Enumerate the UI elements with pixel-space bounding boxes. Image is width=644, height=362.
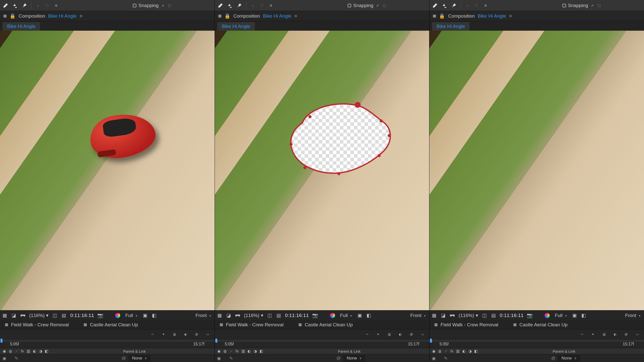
eraser-icon[interactable] — [217, 3, 223, 9]
pickwhip-icon[interactable]: @ — [122, 356, 126, 361]
view-dropdown[interactable]: Front — [624, 313, 642, 318]
clone-stamp-icon[interactable] — [12, 3, 18, 9]
resolution-dropdown[interactable]: Full — [339, 313, 354, 318]
frame-blend-icon[interactable]: ▥ — [601, 331, 607, 338]
current-time[interactable]: 0:11:16:11 — [70, 313, 94, 318]
snap-bounds-icon[interactable]: ⬚ — [382, 3, 386, 9]
lock-icon[interactable]: 🔒 — [10, 13, 16, 19]
av-switch-icon[interactable]: ◉ — [217, 349, 221, 353]
layer-edit-icon[interactable]: ✎ — [444, 356, 448, 361]
grid-icon[interactable]: ▦ — [431, 313, 437, 318]
composition-name[interactable]: Bike Hi Angle — [478, 13, 506, 19]
frame-blend-icon[interactable]: ▥ — [386, 331, 392, 338]
mask-path[interactable] — [284, 98, 392, 178]
snapshot-icon[interactable]: 📷 — [98, 313, 103, 318]
composition-tab[interactable]: Bike Hi Angle — [3, 22, 40, 31]
layer-edit-icon[interactable]: ✎ — [14, 356, 19, 361]
snap-magnet-icon[interactable]: ⤢ — [590, 3, 595, 9]
view-layout-icon[interactable]: ◧ — [151, 313, 157, 318]
view-dropdown[interactable]: Front — [194, 313, 212, 318]
parent-dropdown[interactable]: None ▾ — [558, 355, 580, 362]
adjustment-switch-icon[interactable]: ◑ — [253, 349, 258, 353]
lock-icon[interactable]: 🔒 — [224, 13, 230, 19]
playhead[interactable] — [430, 339, 432, 343]
3d-switch-icon[interactable]: ◧ — [259, 349, 264, 353]
brainstorm-icon[interactable]: @ — [623, 331, 629, 338]
motion-blur-switch-icon[interactable]: ◐ — [247, 349, 252, 353]
timeline-tab-2[interactable]: Castle Aerial Clean Up — [84, 322, 138, 328]
frame-blend-switch-icon[interactable]: ▥ — [456, 349, 460, 353]
pickwhip-icon[interactable]: @ — [336, 356, 341, 361]
3d-switch-icon[interactable]: ◧ — [474, 349, 478, 353]
view-dropdown[interactable]: Front — [409, 313, 427, 318]
color-management-icon[interactable] — [330, 313, 335, 318]
panel-menu-icon[interactable]: ≡ — [509, 13, 512, 19]
layer-row[interactable]: ◉ ✎ @ None ▾ — [429, 354, 644, 362]
shy-icon[interactable]: ✦ — [160, 331, 167, 338]
frame-blend-switch-icon[interactable]: ▥ — [241, 349, 246, 353]
solo-switch-icon[interactable]: ◍ — [223, 349, 227, 353]
transparency-grid-icon[interactable]: ▤ — [61, 313, 67, 318]
lock-icon[interactable]: 🔒 — [439, 13, 445, 19]
view-layout-icon[interactable]: ◧ — [366, 313, 372, 318]
adjustment-switch-icon[interactable]: ◑ — [38, 349, 43, 353]
snapping-toggle[interactable]: Snapping ⤢ ⬚ — [133, 3, 172, 9]
color-management-icon[interactable] — [115, 313, 120, 318]
timeline-tab-1[interactable]: Field Walk - Crew Removal — [5, 322, 69, 328]
graph-editor-icon[interactable]: ⤳ — [364, 331, 370, 338]
checkbox-empty-icon[interactable] — [562, 4, 566, 7]
parent-dropdown[interactable]: None ▾ — [343, 355, 365, 362]
av-switch-icon[interactable]: ◉ — [2, 349, 7, 353]
fast-previews-icon[interactable]: ▣ — [572, 313, 577, 318]
pickwhip-icon[interactable]: @ — [551, 356, 555, 361]
snap-bounds-icon[interactable]: ⬚ — [167, 3, 172, 9]
grid-icon[interactable]: ▦ — [217, 313, 222, 318]
zoom-dropdown[interactable]: (116%) ▾ — [29, 312, 49, 318]
timeline-tab-2[interactable]: Castle Aerial Clean Up — [513, 322, 568, 328]
playhead[interactable] — [215, 339, 217, 343]
view-layout-icon[interactable]: ◧ — [581, 313, 586, 318]
shy-switch-icon[interactable]: ⟋ — [14, 349, 19, 353]
color-management-icon[interactable] — [545, 313, 550, 318]
current-time[interactable]: 0:11:16:11 — [500, 313, 524, 318]
composition-name[interactable]: Bike Hi Angle — [263, 13, 291, 19]
clone-stamp-icon[interactable] — [441, 3, 448, 9]
brainstorm-icon[interactable]: @ — [408, 331, 415, 338]
panel-menu-icon[interactable]: ≡ — [80, 13, 83, 19]
current-time[interactable]: 0:11:16:11 — [285, 313, 309, 318]
composition-name[interactable]: Bike Hi Angle — [48, 13, 77, 19]
solo-switch-icon[interactable]: ◍ — [8, 349, 13, 353]
playhead[interactable] — [1, 339, 3, 343]
composition-tab[interactable]: Bike Hi Angle — [432, 22, 469, 31]
fx-switch-icon[interactable]: fx — [20, 349, 25, 353]
resolution-dropdown[interactable]: Full — [553, 313, 568, 318]
layer-row[interactable]: ◉ ✎ @ None ▾ — [215, 354, 429, 362]
goggles-icon[interactable] — [20, 313, 26, 318]
layer-row[interactable]: ◉ ✎ @ None ▾ — [0, 354, 215, 362]
adjustment-switch-icon[interactable]: ◑ — [468, 349, 472, 353]
resolution-dropdown[interactable]: Full — [124, 313, 139, 318]
zoom-dropdown[interactable]: (116%) ▾ — [244, 312, 263, 318]
parent-dropdown[interactable]: None ▾ — [129, 355, 151, 362]
eraser-icon[interactable] — [432, 3, 438, 9]
timeline-tab-1[interactable]: Field Walk - Crew Removal — [220, 322, 284, 328]
goggles-icon[interactable] — [235, 313, 240, 318]
graph-editor-icon[interactable]: ⤳ — [149, 331, 156, 338]
fx-switch-icon[interactable]: fx — [235, 349, 239, 353]
grid-icon[interactable]: ▦ — [2, 313, 8, 318]
toggle-mask-icon[interactable]: ◪ — [226, 313, 231, 318]
roi-icon[interactable]: ◫ — [52, 313, 58, 318]
layer-av-icon[interactable]: ◉ — [431, 356, 436, 361]
layer-edit-icon[interactable]: ✎ — [229, 356, 233, 361]
shy-switch-icon[interactable]: ⟋ — [229, 349, 233, 353]
snap-magnet-icon[interactable]: ⤢ — [161, 3, 165, 9]
timeline-ruler[interactable] — [0, 339, 215, 342]
transparency-grid-icon[interactable]: ▤ — [491, 313, 496, 318]
motion-blur-switch-icon[interactable]: ◐ — [462, 349, 466, 353]
toggle-mask-icon[interactable]: ◪ — [440, 313, 446, 318]
timeline-ruler[interactable] — [215, 339, 429, 342]
goggles-icon[interactable] — [450, 313, 455, 318]
av-switch-icon[interactable]: ◉ — [431, 349, 436, 353]
motion-blur-icon[interactable]: ◐ — [612, 331, 618, 338]
viewer[interactable] — [429, 31, 644, 310]
